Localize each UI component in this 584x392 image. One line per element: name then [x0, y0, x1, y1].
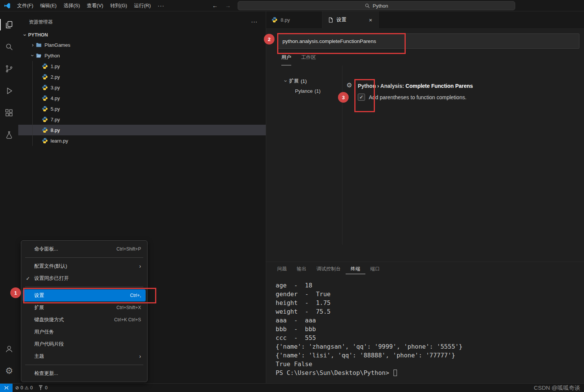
activity-run-debug[interactable]	[0, 80, 18, 102]
tab-settings[interactable]: 设置 ×	[322, 11, 379, 28]
tab-label: 8.py	[281, 17, 290, 23]
toc-extensions[interactable]: › 扩展(1)	[266, 76, 342, 86]
tree-item-7py[interactable]: 7.py	[18, 114, 266, 125]
tree-item-8py[interactable]: 8.py	[18, 125, 266, 135]
search-icon	[365, 3, 370, 8]
nav-forward-icon[interactable]: →	[225, 0, 231, 11]
settings-search-input[interactable]	[278, 33, 579, 49]
file-tree: › PlanGames › Python 1.py 2.py 3.py	[18, 40, 266, 146]
setting-checkbox[interactable]: ✓	[358, 94, 365, 101]
bottom-panel: 问题 输出 调试控制台 终端 端口 age - 18 gender - True…	[266, 262, 584, 383]
menu-item-extensions[interactable]: 扩展 Ctrl+Shift+X	[23, 302, 146, 314]
section-python[interactable]: › PYTHON	[18, 30, 266, 40]
python-icon	[42, 63, 48, 69]
scope-tab-user[interactable]: 用户	[281, 54, 291, 65]
activity-search[interactable]	[0, 36, 18, 58]
panel-tab-problems[interactable]: 问题	[272, 264, 292, 274]
settings-scope-tabs: 用户 工作区	[281, 54, 584, 65]
menu-item-check-updates[interactable]: 检查更新...	[23, 367, 146, 379]
tree-item-2py[interactable]: 2.py	[18, 71, 266, 82]
tree-item-python-folder[interactable]: › Python	[18, 50, 266, 61]
branch-icon	[5, 64, 14, 73]
menu-item-user-tasks[interactable]: 用户任务	[23, 326, 146, 338]
chevron-right-icon: ›	[30, 42, 36, 48]
activity-account[interactable]	[0, 338, 18, 360]
menu-edit[interactable]: 编辑(E)	[37, 0, 60, 11]
command-center-search[interactable]: Python	[238, 1, 515, 10]
folder-open-icon	[36, 52, 42, 59]
scope-tab-workspace[interactable]: 工作区	[301, 54, 316, 65]
menu-item-themes[interactable]: 主题 ›	[23, 350, 146, 362]
titlebar: 文件(F) 编辑(E) 选择(S) 查看(V) 转到(G) 运行(R) ··· …	[0, 0, 584, 11]
python-icon	[42, 106, 48, 112]
toc-pylance[interactable]: Pylance(1)	[266, 86, 342, 96]
terminal[interactable]: age - 18 gender - True height - 1.75 wei…	[266, 276, 584, 377]
ports-status[interactable]: 0	[35, 384, 50, 392]
tree-item-3py[interactable]: 3.py	[18, 82, 266, 93]
submenu-chevron-icon: ›	[139, 263, 141, 269]
section-label: PYTHON	[28, 32, 48, 38]
menu-view[interactable]: 查看(V)	[83, 0, 106, 11]
menubar: 文件(F) 编辑(E) 选择(S) 查看(V) 转到(G) 运行(R) ···	[14, 0, 168, 11]
python-icon	[42, 95, 48, 101]
menu-separator	[25, 365, 143, 365]
menu-run[interactable]: 运行(R)	[130, 0, 154, 11]
menu-separator	[25, 287, 143, 287]
menu-go[interactable]: 转到(G)	[107, 0, 131, 11]
sidebar-more-icon[interactable]: ···	[251, 18, 257, 26]
python-icon	[42, 116, 48, 122]
terminal-prompt: PS C:\Users\Sun\Desktop\Python>	[276, 368, 584, 377]
nav-back-icon[interactable]: ←	[212, 0, 218, 11]
activity-testing[interactable]	[0, 124, 18, 146]
activity-source-control[interactable]	[0, 58, 18, 80]
tree-item-1py[interactable]: 1.py	[18, 61, 266, 71]
activity-settings[interactable]: ⚙	[0, 360, 18, 382]
settings-toc: › 扩展(1) Pylance(1)	[266, 65, 343, 245]
terminal-cursor	[394, 370, 397, 376]
settings-editor: 用户 工作区 › 扩展(1) Pylance(1) ⚙	[266, 28, 584, 262]
tree-item-4py[interactable]: 4.py	[18, 93, 266, 103]
panel-tabs: 问题 输出 调试控制台 终端 端口	[266, 262, 584, 276]
vscode-logo-icon	[4, 2, 11, 9]
menu-separator	[25, 257, 143, 258]
tree-item-5py[interactable]: 5.py	[18, 103, 266, 114]
panel-tab-ports[interactable]: 端口	[365, 264, 385, 274]
tab-8py[interactable]: 8.py	[266, 11, 322, 28]
problems-status[interactable]: ⊘ 0 ⚠ 0	[13, 384, 35, 392]
activity-extensions[interactable]	[0, 102, 18, 124]
terminal-line: bbb - bbb	[276, 325, 584, 333]
panel-tab-debug-console[interactable]: 调试控制台	[311, 264, 346, 274]
tab-bar: 8.py 设置 ×	[266, 11, 584, 28]
setting-gear-icon[interactable]: ⚙	[346, 81, 352, 89]
menu-file[interactable]: 文件(F)	[14, 0, 37, 11]
terminal-line: gender - True	[276, 290, 584, 298]
setting-detail: ⚙ Python › Analysis: Complete Function P…	[343, 65, 584, 245]
flask-icon	[5, 130, 14, 140]
tree-item-learnpy[interactable]: learn.py	[18, 135, 266, 146]
remote-indicator[interactable]	[0, 384, 13, 392]
indent-guide	[32, 61, 33, 146]
terminal-line: ccc - 555	[276, 333, 584, 342]
tree-item-plangames[interactable]: › PlanGames	[18, 40, 266, 50]
remote-icon	[4, 385, 9, 390]
status-bar: ⊘ 0 ⚠ 0 0 CSDN @呱呱奇谈	[0, 383, 584, 392]
menu-item-user-snippets[interactable]: 用户代码片段	[23, 338, 146, 350]
python-icon	[42, 74, 48, 80]
gear-icon: ⚙	[5, 367, 13, 375]
menu-selection[interactable]: 选择(S)	[60, 0, 83, 11]
error-icon: ⊘	[15, 385, 19, 390]
menubar-more-icon[interactable]: ···	[154, 0, 168, 11]
panel-tab-output[interactable]: 输出	[292, 264, 312, 274]
activity-explorer[interactable]	[0, 14, 18, 36]
chevron-down-icon: ›	[283, 78, 289, 84]
menu-item-keyboard-shortcuts[interactable]: 键盘快捷方式 Ctrl+K Ctrl+S	[23, 314, 146, 326]
menu-item-command-palette[interactable]: 命令面板... Ctrl+Shift+P	[23, 243, 146, 255]
menu-item-profiles[interactable]: 配置文件(默认) ›	[23, 260, 146, 272]
radio-tower-icon	[38, 385, 43, 390]
close-icon[interactable]: ×	[368, 17, 373, 23]
settings-file-icon	[328, 17, 333, 23]
menu-item-settings-sync[interactable]: ✓ 设置同步已打开	[23, 272, 146, 284]
ports-count: 0	[45, 385, 48, 390]
menu-item-settings[interactable]: 设置 Ctrl+,	[23, 289, 146, 302]
panel-tab-terminal[interactable]: 终端	[346, 264, 365, 274]
